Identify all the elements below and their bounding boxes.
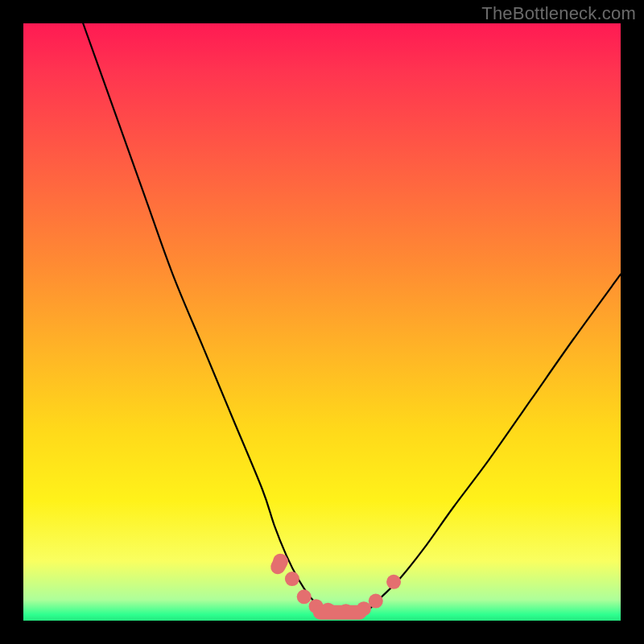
marker-m3: [297, 589, 312, 604]
curve-left-curve: [83, 23, 322, 609]
marker-m8: [369, 594, 383, 609]
marker-bottom-capsule: [313, 605, 367, 620]
marker-left-capsule: [268, 551, 291, 576]
chart-svg: [23, 23, 621, 621]
chart-frame: TheBottleneck.com: [0, 0, 644, 644]
curve-right-curve: [369, 275, 621, 609]
plot-area: [23, 23, 621, 621]
marker-m9: [386, 575, 401, 589]
watermark-text: TheBottleneck.com: [481, 3, 636, 24]
marker-m2: [285, 572, 299, 586]
